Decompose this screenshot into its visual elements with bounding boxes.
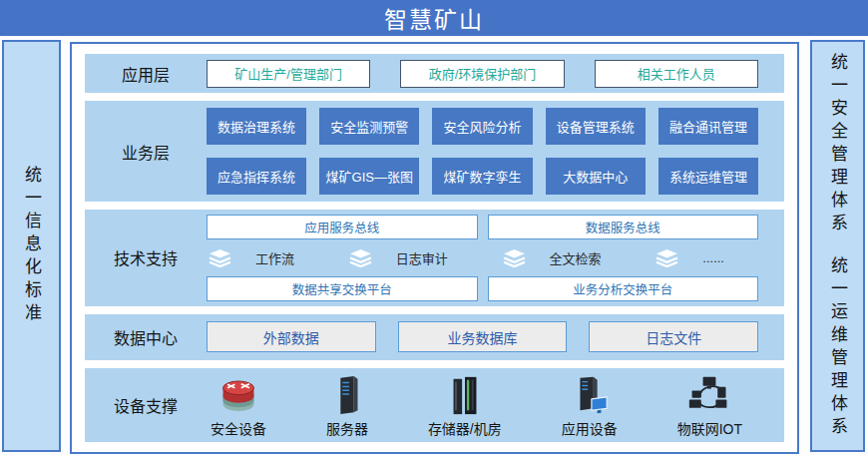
- device-label: 服务器: [326, 418, 368, 438]
- left-pillar-unified-info-standard: 统一信息化标准: [2, 40, 61, 452]
- tech-support-layer-row: 技术支持 应用服务总线 数据服务总线 工作流: [85, 210, 784, 306]
- data-center-boxes: 外部数据 业务数据库 日志文件: [207, 321, 758, 352]
- business-layer-row: 业务层 数据治理系统 安全监测预警 安全风险分析 设备管理系统 融合通讯管理 应…: [85, 101, 784, 202]
- device-application-equipment: 应用设备: [562, 372, 618, 438]
- device-label: 存储器/机房: [428, 418, 502, 438]
- application-layer-row: 应用层 矿山生产/管理部门 政府/环境保护部门 相关工作人员: [85, 54, 784, 93]
- firewall-device-icon: [217, 372, 260, 416]
- middleware-log-audit: 日志审计: [349, 248, 448, 267]
- middleware-label: ......: [702, 250, 724, 265]
- device-server: 服务器: [326, 372, 368, 438]
- device-label: 应用设备: [562, 418, 618, 438]
- application-layer-boxes: 矿山生产/管理部门 政府/环境保护部门 相关工作人员: [207, 60, 758, 88]
- main-architecture-frame: 应用层 矿山生产/管理部门 政府/环境保护部门 相关工作人员 业务层 数据治理系…: [70, 42, 799, 454]
- application-box-related-staff: 相关工作人员: [595, 60, 758, 88]
- middleware-more: ......: [655, 248, 724, 267]
- data-center-label: 数据中心: [85, 325, 207, 349]
- log-file-box: 日志文件: [589, 321, 758, 352]
- business-database-box: 业务数据库: [398, 321, 568, 352]
- application-layer-label: 应用层: [85, 62, 207, 86]
- device-security-equipment: 安全设备: [211, 372, 266, 438]
- middleware-fulltext-search: 全文检索: [503, 248, 602, 267]
- device-label: 安全设备: [211, 418, 266, 438]
- business-box-digital-twin: 煤矿数字孪生: [432, 158, 532, 195]
- app-device-icon: [569, 372, 611, 416]
- server-tower-icon: [327, 372, 367, 416]
- tech-support-content: 应用服务总线 数据服务总线 工作流 日志审计: [207, 215, 758, 301]
- device-label: 物联网IOT: [677, 418, 742, 438]
- right-pillar-label-security: 统一安全管理体系: [829, 53, 846, 236]
- business-layer-label: 业务层: [85, 140, 207, 164]
- business-box-gis-map: 煤矿GIS—张图: [319, 158, 419, 195]
- business-box-emergency-command: 应急指挥系统: [207, 158, 306, 195]
- business-row-2: 应急指挥系统 煤矿GIS—张图 煤矿数字孪生 大数据中心 系统运维管理: [207, 158, 758, 195]
- layers-icon: [655, 248, 678, 267]
- device-support-items: 安全设备 服务器: [207, 372, 758, 438]
- device-support-label: 设备支撑: [85, 393, 207, 417]
- business-box-data-governance: 数据治理系统: [207, 108, 306, 145]
- title-banner: 智慧矿山: [0, 0, 868, 36]
- device-iot-network: 物联网IOT: [677, 372, 742, 438]
- left-pillar-label: 统一信息化标准: [23, 166, 40, 326]
- business-box-comm-mgmt: 融合通讯管理: [658, 108, 758, 145]
- right-pillar-unified-systems: 统一安全管理体系 统一运维管理体系: [810, 40, 865, 452]
- application-box-government-env: 政府/环境保护部门: [400, 60, 564, 88]
- layers-icon: [209, 248, 231, 267]
- business-box-equipment-mgmt: 设备管理系统: [546, 108, 646, 145]
- middleware-label: 工作流: [255, 248, 294, 267]
- tech-support-label: 技术支持: [85, 245, 207, 269]
- business-box-ops-mgmt: 系统运维管理: [658, 158, 758, 195]
- middleware-row: 工作流 日志审计 全文检索: [207, 248, 758, 267]
- data-center-layer-row: 数据中心 外部数据 业务数据库 日志文件: [85, 314, 784, 360]
- device-support-layer-row: 设备支撑 安全设备: [85, 368, 784, 442]
- device-storage-room: 存储器/机房: [428, 372, 502, 438]
- business-box-safety-monitoring: 安全监测预警: [319, 108, 419, 145]
- app-service-bus-box: 应用服务总线: [207, 215, 478, 239]
- exchange-platform-row: 数据共享交换平台 业务分析交换平台: [207, 276, 758, 301]
- data-sharing-platform-box: 数据共享交换平台: [207, 276, 478, 301]
- business-analysis-platform-box: 业务分析交换平台: [488, 276, 759, 301]
- business-row-1: 数据治理系统 安全监测预警 安全风险分析 设备管理系统 融合通讯管理: [207, 108, 758, 145]
- application-box-mine-production: 矿山生产/管理部门: [207, 60, 370, 88]
- business-box-risk-analysis: 安全风险分析: [432, 108, 532, 145]
- external-data-box: 外部数据: [207, 321, 376, 352]
- business-layer-boxes: 数据治理系统 安全监测预警 安全风险分析 设备管理系统 融合通讯管理 应急指挥系…: [207, 108, 758, 195]
- layers-icon: [503, 248, 526, 267]
- service-bus-row: 应用服务总线 数据服务总线: [207, 215, 758, 239]
- right-pillar-label-ops: 统一运维管理体系: [829, 256, 846, 440]
- page-title: 智慧矿山: [384, 1, 484, 35]
- data-service-bus-box: 数据服务总线: [488, 215, 759, 239]
- layers-icon: [349, 248, 372, 267]
- storage-rack-icon: [445, 372, 485, 416]
- middleware-label: 全文检索: [550, 248, 602, 267]
- iot-network-icon: [687, 372, 731, 416]
- middleware-workflow: 工作流: [209, 248, 294, 267]
- middleware-label: 日志审计: [396, 248, 448, 267]
- business-box-big-data-center: 大数据中心: [546, 158, 646, 195]
- smart-mine-architecture-diagram: 智慧矿山 统一信息化标准 统一安全管理体系 统一运维管理体系 应用层 矿山生产/…: [0, 0, 868, 456]
